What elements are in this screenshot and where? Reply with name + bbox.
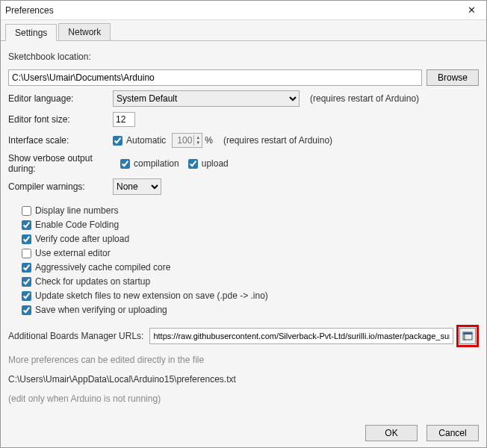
preferences-window: Preferences ✕ Settings Network Sketchboo…: [0, 0, 487, 448]
upload-label: upload: [202, 158, 229, 169]
open-urls-dialog-button[interactable]: [459, 328, 476, 344]
tab-settings[interactable]: Settings: [5, 24, 57, 41]
cache-core-label: Aggressively cache compiled core: [35, 262, 170, 273]
settings-panel: Sketchbook location: Browse Editor langu…: [1, 41, 486, 419]
save-on-verify-label: Save when verifying or uploading: [35, 305, 167, 315]
use-external-editor-checkbox[interactable]: [22, 249, 31, 258]
sketchbook-path-input[interactable]: [8, 69, 422, 86]
update-sketch-ext-checkbox[interactable]: [22, 291, 31, 301]
verify-after-upload-checkbox[interactable]: [22, 234, 31, 244]
save-on-verify-checkbox[interactable]: [22, 305, 31, 315]
scale-value: [173, 135, 193, 146]
percent-label: %: [205, 135, 213, 146]
highlight-box: [456, 325, 479, 347]
window-icon: [462, 332, 473, 340]
more-prefs-line1: More preferences can be edited directly …: [8, 355, 204, 365]
compilation-label: compilation: [134, 158, 179, 169]
editor-font-label: Editor font size:: [8, 114, 113, 125]
close-icon[interactable]: ✕: [461, 3, 482, 18]
cancel-button[interactable]: Cancel: [426, 425, 479, 441]
scale-hint: (requires restart of Arduino): [223, 135, 332, 146]
automatic-label: Automatic: [126, 135, 166, 146]
enable-code-folding-label: Enable Code Folding: [35, 220, 119, 230]
upload-checkbox[interactable]: [188, 159, 198, 169]
editor-language-hint: (requires restart of Arduino): [310, 93, 419, 104]
update-sketch-ext-label: Update sketch files to new extension on …: [35, 290, 268, 301]
compilation-checkbox[interactable]: [120, 159, 130, 169]
boards-urls-label: Additional Boards Manager URLs:: [8, 331, 143, 341]
display-line-numbers-label: Display line numbers: [35, 205, 118, 216]
check-updates-label: Check for updates on startup: [35, 276, 150, 287]
ok-button[interactable]: OK: [365, 425, 418, 441]
boards-urls-input[interactable]: [149, 328, 453, 344]
compiler-warnings-select[interactable]: None: [113, 178, 161, 195]
more-prefs-line2: (edit only when Arduino is not running): [8, 393, 161, 404]
enable-code-folding-checkbox[interactable]: [22, 220, 31, 230]
check-updates-checkbox[interactable]: [22, 277, 31, 287]
sketchbook-label: Sketchbook location:: [8, 52, 91, 62]
tabs: Settings Network: [1, 20, 486, 41]
verify-after-upload-label: Verify code after upload: [35, 234, 129, 244]
scale-spinner[interactable]: ▲▼: [172, 133, 202, 148]
editor-language-select[interactable]: System Default: [113, 90, 300, 107]
cache-core-checkbox[interactable]: [22, 263, 31, 273]
titlebar: Preferences ✕: [1, 1, 486, 20]
window-title: Preferences: [5, 5, 461, 16]
browse-button[interactable]: Browse: [426, 69, 479, 86]
editor-language-label: Editor language:: [8, 93, 113, 104]
spinner-arrows-icon[interactable]: ▲▼: [193, 135, 202, 146]
dialog-footer: OK Cancel: [1, 419, 486, 447]
verbose-label: Show verbose output during:: [8, 153, 120, 174]
interface-scale-label: Interface scale:: [8, 135, 113, 146]
compiler-warnings-label: Compiler warnings:: [8, 181, 113, 192]
tab-network[interactable]: Network: [58, 23, 111, 40]
automatic-checkbox[interactable]: [113, 136, 122, 146]
display-line-numbers-checkbox[interactable]: [22, 206, 31, 216]
use-external-editor-label: Use external editor: [35, 248, 111, 258]
editor-font-size-input[interactable]: [113, 112, 135, 127]
prefs-path[interactable]: C:\Users\Umair\AppData\Local\Arduino15\p…: [8, 374, 236, 385]
